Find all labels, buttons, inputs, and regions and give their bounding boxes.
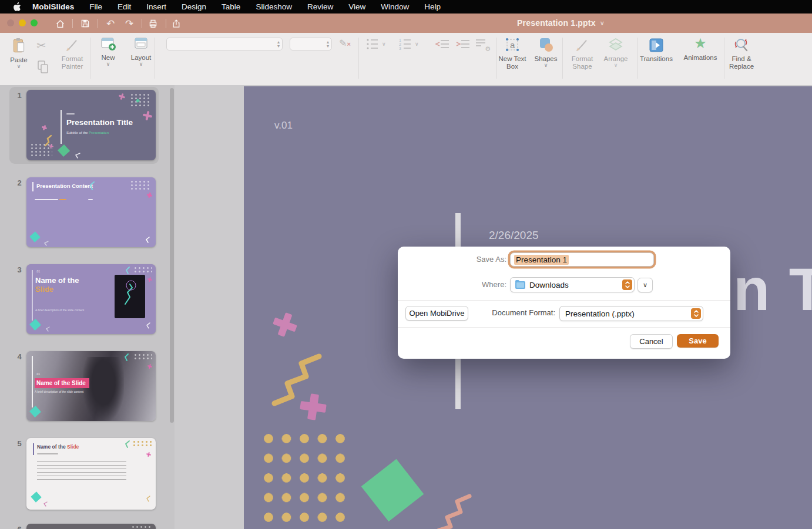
squiggle-decoration [88, 181, 96, 191]
menu-item-insert[interactable]: Insert [146, 2, 166, 11]
menu-item-edit[interactable]: Edit [118, 2, 131, 11]
where-stepper-icon[interactable] [622, 279, 632, 290]
squiggle-decoration [123, 440, 131, 449]
squiggle-decoration [124, 267, 131, 275]
transitions-button[interactable]: Transitions [639, 38, 673, 63]
canvas-title-fragment: n Ti [733, 255, 812, 324]
menu-item-table[interactable]: Table [222, 2, 240, 11]
paste-button[interactable]: Paste∨ [6, 38, 32, 69]
minimize-window-button[interactable] [19, 19, 26, 26]
clear-formatting-icon[interactable]: ✎× [339, 38, 351, 49]
cut-icon[interactable]: ✂ [36, 39, 46, 52]
menu-item-slideshow[interactable]: Slideshow [256, 2, 292, 11]
open-mobidrive-button[interactable]: Open MobiDrive [405, 306, 468, 321]
numbered-list-icon[interactable]: 123 [398, 38, 412, 53]
svg-text:3: 3 [399, 46, 401, 50]
window-title[interactable]: Presentation 1.pptx ∨ [517, 18, 605, 28]
format-painter-label: Format Painter [57, 55, 88, 70]
paste-label: Paste∨ [10, 56, 27, 69]
slide3-title-line2: Slide [35, 285, 53, 294]
svg-text:a: a [510, 40, 515, 50]
apple-menu-icon[interactable] [13, 2, 22, 12]
animations-star-icon: ★ [694, 35, 707, 52]
new-slide-button[interactable]: New∨ [95, 36, 121, 67]
new-text-box-button[interactable]: a New Text Box [498, 36, 526, 70]
window-title-text: Presentation 1.pptx [517, 18, 596, 28]
slide-thumbnail-6[interactable] [26, 524, 156, 529]
format-painter-button[interactable]: Format Painter [56, 38, 88, 70]
decrease-indent-icon[interactable] [435, 39, 450, 53]
save-button[interactable]: Save [677, 334, 719, 348]
menu-item-window[interactable]: Window [381, 2, 409, 11]
slide4-description: A brief description of the slide content [35, 390, 83, 393]
slide-thumbnail-4[interactable]: .01 Name of the Slide A brief descriptio… [26, 351, 156, 421]
increase-indent-icon[interactable] [455, 39, 471, 53]
slide3-title-line1: Name of the [35, 276, 79, 285]
slide4-title: Name of the Slide [35, 378, 89, 388]
thumbnail-scrollbar[interactable] [170, 88, 174, 423]
menu-item-design[interactable]: Design [182, 2, 206, 11]
where-value: Downloads [529, 281, 569, 289]
filename-input[interactable]: Presentation 1 [510, 252, 654, 267]
animations-button[interactable]: ★ Animations [682, 35, 719, 62]
slide5-body-text [37, 461, 126, 480]
slide1-subtitle: Subtitle of the [66, 131, 89, 134]
layout-label: Layout∨ [131, 54, 152, 67]
bulleted-list-icon[interactable] [365, 38, 380, 53]
expand-chevron-icon: ∨ [643, 281, 647, 289]
arrange-button[interactable]: Arrange∨ [602, 38, 630, 68]
print-icon[interactable] [147, 18, 159, 29]
find-replace-button[interactable]: Find & Replace [726, 38, 757, 70]
format-shape-button[interactable]: Format Shape [568, 38, 597, 70]
copy-icon[interactable] [36, 60, 49, 76]
home-icon[interactable] [54, 18, 66, 29]
svg-text:2: 2 [399, 42, 401, 46]
undo-icon[interactable]: ↶ [105, 18, 116, 29]
save-icon[interactable] [79, 18, 91, 29]
where-dropdown[interactable]: Downloads [510, 277, 635, 292]
slide-thumbnail-2[interactable]: Presentation Content [26, 177, 156, 247]
shapes-button[interactable]: Shapes∨ [532, 36, 559, 68]
slide-number: 3 [15, 265, 24, 274]
expand-browser-button[interactable]: ∨ [637, 278, 653, 292]
numbered-list-chevron-icon[interactable]: ∨ [415, 41, 419, 47]
arrange-label: Arrange∨ [604, 55, 628, 68]
font-name-combobox[interactable]: ▴▾ [166, 38, 283, 50]
font-size-combobox[interactable]: ▴▾ [290, 38, 332, 50]
format-shape-label: Format Shape [568, 55, 597, 70]
menu-app-name[interactable]: MobiSlides [32, 2, 74, 11]
document-format-dropdown[interactable]: Presentation (.pptx) [559, 306, 703, 321]
menu-item-help[interactable]: Help [424, 2, 441, 11]
canvas-version-text: v.01 [274, 120, 293, 132]
new-slide-label: New∨ [101, 54, 115, 67]
menu-item-view[interactable]: View [348, 2, 365, 11]
zoom-window-button[interactable] [31, 19, 38, 26]
slide-thumbnail-1[interactable]: Presentation Title Subtitle of the Prese… [26, 90, 156, 160]
slide-thumbnail-5[interactable]: Name of the Slide [26, 438, 156, 510]
canvas-date-text: 2/26/2025 [489, 229, 539, 242]
squiggle-decoration [72, 152, 82, 159]
font-size-stepper-icon[interactable]: ▴▾ [327, 40, 329, 48]
redo-icon[interactable]: ↷ [123, 18, 135, 29]
shapes-label: Shapes∨ [534, 55, 557, 68]
dot-grid-decoration [264, 434, 352, 529]
bulleted-list-chevron-icon[interactable]: ∨ [382, 41, 386, 47]
cross-decoration [298, 392, 328, 422]
slide-number: 1 [15, 91, 24, 100]
slide-thumbnail-3[interactable]: .01 Name of the Slide A brief descriptio… [26, 264, 156, 334]
squiggle-decoration [145, 322, 151, 329]
menu-item-file[interactable]: File [89, 2, 102, 11]
cancel-button[interactable]: Cancel [630, 334, 673, 349]
slide1-title: Presentation Title [66, 118, 133, 127]
list-settings-icon[interactable]: ⚙ [475, 38, 486, 52]
layout-button[interactable]: Layout∨ [127, 36, 155, 67]
svg-text:1: 1 [399, 38, 401, 42]
animations-label: Animations [684, 54, 717, 62]
close-window-button[interactable] [7, 19, 14, 26]
share-icon[interactable] [170, 18, 182, 29]
title-chevron-down-icon[interactable]: ∨ [600, 19, 605, 27]
font-name-stepper-icon[interactable]: ▴▾ [277, 40, 280, 48]
document-format-label: Document Format: [483, 308, 555, 317]
menu-item-review[interactable]: Review [307, 2, 333, 11]
format-stepper-icon[interactable] [691, 308, 701, 319]
